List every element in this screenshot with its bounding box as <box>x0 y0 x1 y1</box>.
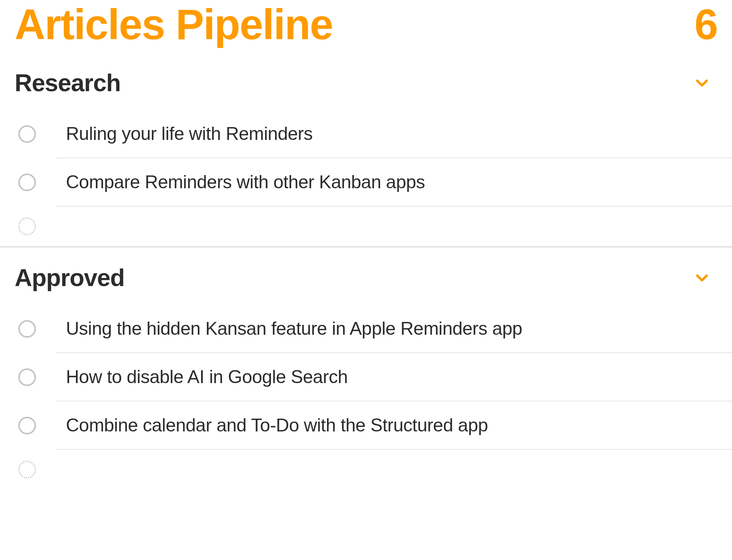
item-text-wrap: Compare Reminders with other Kanban apps <box>56 158 732 207</box>
chevron-down-icon[interactable] <box>694 75 710 91</box>
reminder-item[interactable]: How to disable AI in Google Search <box>0 353 732 401</box>
item-text-wrap: Ruling your life with Reminders <box>56 110 732 158</box>
reminder-title[interactable]: Combine calendar and To-Do with the Stru… <box>66 415 488 436</box>
section-header[interactable]: Approved <box>0 248 732 295</box>
reminder-title[interactable]: Compare Reminders with other Kanban apps <box>66 171 425 193</box>
list-title: Articles Pipeline <box>15 0 333 49</box>
complete-toggle[interactable] <box>18 417 36 434</box>
add-reminder-row[interactable] <box>0 450 732 489</box>
section-approved: Approved Using the hidden Kansan feature… <box>0 248 732 489</box>
complete-toggle[interactable] <box>18 174 36 191</box>
reminder-item[interactable]: Ruling your life with Reminders <box>0 110 732 158</box>
chevron-down-icon[interactable] <box>694 270 710 286</box>
add-reminder-row[interactable] <box>0 207 732 246</box>
section-title: Approved <box>15 264 125 292</box>
add-placeholder-icon[interactable] <box>18 218 36 235</box>
complete-toggle[interactable] <box>18 320 36 338</box>
item-text-wrap: How to disable AI in Google Search <box>56 353 732 401</box>
reminder-item[interactable]: Compare Reminders with other Kanban apps <box>0 158 732 207</box>
add-placeholder-icon[interactable] <box>18 461 36 478</box>
complete-toggle[interactable] <box>18 125 36 143</box>
list-count: 6 <box>694 0 717 49</box>
reminder-item[interactable]: Using the hidden Kansan feature in Apple… <box>0 305 732 353</box>
section-items: Using the hidden Kansan feature in Apple… <box>0 295 732 489</box>
reminders-list: Articles Pipeline 6 Research Ruling your… <box>0 0 732 489</box>
reminder-title[interactable]: How to disable AI in Google Search <box>66 366 348 387</box>
reminder-item[interactable]: Combine calendar and To-Do with the Stru… <box>0 401 732 450</box>
reminder-title[interactable]: Using the hidden Kansan feature in Apple… <box>66 318 522 339</box>
section-research: Research Ruling your life with Reminders… <box>0 53 732 246</box>
item-text-wrap: Using the hidden Kansan feature in Apple… <box>56 305 732 353</box>
section-header[interactable]: Research <box>0 53 732 100</box>
complete-toggle[interactable] <box>18 368 36 386</box>
list-header: Articles Pipeline 6 <box>0 0 732 53</box>
section-items: Ruling your life with Reminders Compare … <box>0 100 732 246</box>
section-title: Research <box>15 69 120 97</box>
reminder-title[interactable]: Ruling your life with Reminders <box>66 123 313 144</box>
item-text-wrap: Combine calendar and To-Do with the Stru… <box>56 401 732 450</box>
